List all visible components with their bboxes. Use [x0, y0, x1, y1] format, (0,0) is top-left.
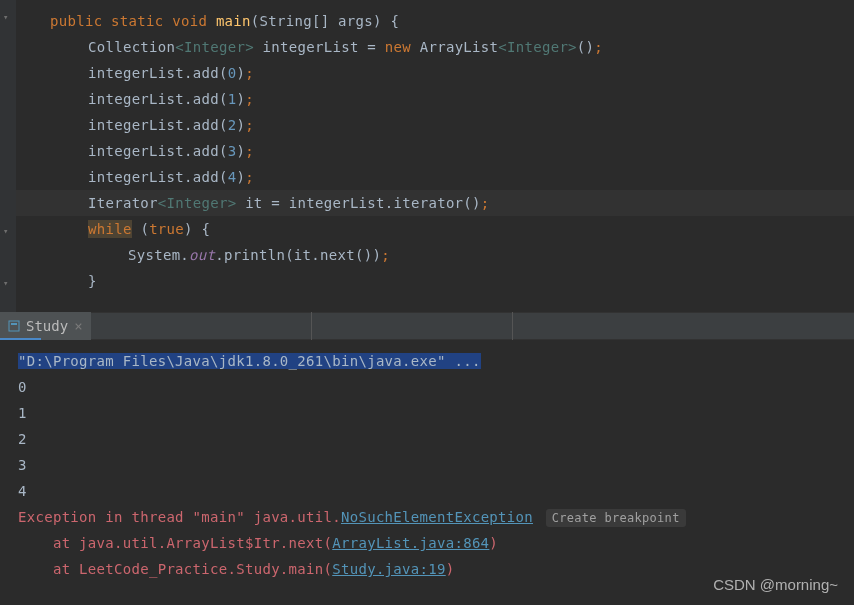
- code-line[interactable]: }: [0, 268, 854, 294]
- tab-label: Study: [26, 318, 68, 334]
- code-line[interactable]: while (true) {: [0, 216, 854, 242]
- source-link[interactable]: ArrayList.java:864: [332, 535, 489, 551]
- run-tab-bar: Study ×: [0, 312, 854, 340]
- tab-active-indicator: [0, 338, 41, 340]
- svg-rect-1: [11, 323, 17, 325]
- create-breakpoint-button[interactable]: Create breakpoint: [546, 509, 686, 527]
- svg-rect-0: [9, 321, 19, 331]
- console-output[interactable]: "D:\Program Files\Java\jdk1.8.0_261\bin\…: [0, 340, 854, 605]
- source-link[interactable]: Study.java:19: [332, 561, 445, 577]
- gutter-override-icon: ▾: [3, 12, 13, 22]
- code-line[interactable]: integerList.add(1);: [0, 86, 854, 112]
- console-stdout: 4: [18, 478, 836, 504]
- editor-gutter: ▾ ▾ ▾: [0, 0, 16, 312]
- code-line[interactable]: integerList.add(3);: [0, 138, 854, 164]
- console-command: "D:\Program Files\Java\jdk1.8.0_261\bin\…: [18, 348, 836, 374]
- code-line[interactable]: System.out.println(it.next());: [0, 242, 854, 268]
- watermark: CSDN @morning~: [713, 576, 838, 593]
- run-tab-study[interactable]: Study ×: [0, 312, 91, 340]
- console-stdout: 3: [18, 452, 836, 478]
- console-stdout: 0: [18, 374, 836, 400]
- exception-link[interactable]: NoSuchElementException: [341, 509, 533, 525]
- code-line[interactable]: integerList.add(2);: [0, 112, 854, 138]
- console-stdout: 1: [18, 400, 836, 426]
- gutter-override-icon: ▾: [3, 226, 13, 236]
- code-line[interactable]: Collection<Integer> integerList = new Ar…: [0, 34, 854, 60]
- run-config-icon: [8, 320, 20, 332]
- code-line-current[interactable]: Iterator<Integer> it = integerList.itera…: [0, 190, 854, 216]
- code-line[interactable]: integerList.add(0);: [0, 60, 854, 86]
- code-editor[interactable]: public static void main(String[] args) {…: [0, 0, 854, 312]
- code-line[interactable]: public static void main(String[] args) {: [0, 8, 854, 34]
- code-line[interactable]: integerList.add(4);: [0, 164, 854, 190]
- separator: [311, 312, 312, 340]
- gutter-override-icon: ▾: [3, 278, 13, 288]
- separator: [512, 312, 513, 340]
- close-icon[interactable]: ×: [74, 318, 82, 334]
- console-stacktrace: at java.util.ArrayList$Itr.next(ArrayLis…: [18, 530, 836, 556]
- console-stdout: 2: [18, 426, 836, 452]
- console-exception: Exception in thread "main" java.util.NoS…: [18, 504, 836, 530]
